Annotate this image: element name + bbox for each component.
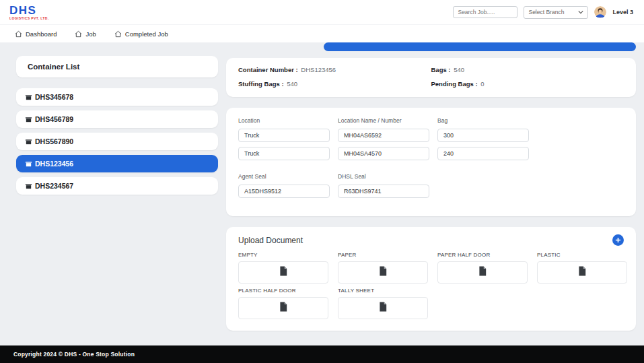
sidebar-item-container-4[interactable]: DHS234567 — [16, 177, 218, 195]
container-summary-card: Container Number : DHS123456 Bags : 540 … — [226, 58, 636, 97]
location-label: Location — [238, 117, 330, 124]
sidebar-item-container-2[interactable]: DHS567890 — [16, 133, 218, 150]
file-icon — [578, 266, 586, 279]
user-avatar[interactable] — [594, 6, 606, 18]
summary-container-number: Container Number : DHS123456 — [238, 66, 431, 73]
summary-value: 0 — [480, 80, 484, 88]
user-level-badge: Level 3 — [612, 9, 633, 15]
file-icon — [379, 266, 387, 279]
upload-title: Upload Document — [238, 236, 303, 245]
upload-dropzone-plastic[interactable] — [537, 261, 627, 284]
upload-dropzone-tally-sheet[interactable] — [338, 297, 428, 319]
agent-seal-input[interactable] — [238, 185, 330, 198]
primary-action-bar[interactable] — [324, 42, 636, 51]
logo-title: DHS — [9, 5, 49, 16]
sidebar-item-label: DHS567890 — [35, 137, 73, 145]
sidebar-item-label: DHS123456 — [35, 160, 73, 168]
file-icon — [279, 302, 287, 315]
bag-input-row2[interactable] — [437, 147, 529, 160]
nav-item-label: Dashboard — [26, 30, 57, 38]
add-document-button[interactable] — [612, 234, 624, 246]
summary-label: Pending Bags : — [431, 80, 478, 88]
nav-item-label: Completed Job — [125, 30, 168, 38]
upload-slot-empty: EMPTY — [238, 252, 328, 284]
upload-dropzone-paper[interactable] — [338, 261, 428, 284]
branch-select-label: Select Branch — [528, 9, 564, 15]
nav-item-job[interactable]: Job — [75, 30, 96, 38]
container-icon — [25, 138, 32, 145]
location-name-input-row1[interactable] — [338, 129, 429, 142]
nav-item-label: Job — [85, 30, 96, 38]
sidebar-item-container-3-selected[interactable]: DHS123456 — [16, 155, 218, 172]
header-right: Select Branch Level 3 — [453, 6, 633, 19]
chevron-down-icon — [578, 9, 583, 15]
file-icon — [379, 302, 387, 315]
upload-dropzone-paper-half-door[interactable] — [437, 261, 528, 284]
location-form-card: Location Location Name / Number Bag Agen… — [226, 108, 636, 216]
location-input-row1[interactable] — [238, 129, 330, 142]
bag-input-row1[interactable] — [437, 129, 529, 142]
summary-label: Stuffing Bags : — [238, 80, 284, 88]
location-input-row2[interactable] — [238, 147, 330, 160]
upload-slot-tally-sheet: TALLY SHEET — [338, 288, 428, 319]
sidebar-item-container-1[interactable]: DHS456789 — [16, 110, 218, 128]
summary-value: DHS123456 — [301, 66, 336, 73]
upload-slot-plastic-half-door: PLASTIC HALF DOOR — [238, 288, 328, 319]
summary-label: Container Number : — [238, 66, 298, 73]
bag-label: Bag — [437, 117, 529, 124]
container-icon — [25, 160, 32, 168]
upload-dropzone-empty[interactable] — [238, 261, 328, 284]
file-icon — [478, 266, 487, 279]
container-icon — [25, 183, 32, 190]
location-name-label: Location Name / Number — [338, 117, 429, 124]
upload-document-card: Upload Document EMPTY PAPER — [226, 227, 636, 331]
upload-slot-label: PAPER — [338, 252, 428, 258]
upload-slot-label: PLASTIC HALF DOOR — [238, 288, 328, 294]
search-job-input[interactable] — [453, 6, 517, 18]
copyright-text: Copyright 2024 © DHS - One Stop Solution — [13, 351, 135, 358]
dhsl-seal-input[interactable] — [338, 185, 429, 198]
container-icon — [25, 94, 32, 101]
content-column: Container Number : DHS123456 Bags : 540 … — [226, 46, 636, 345]
main-area: Container List DHS345678 DHS456789 DHS56… — [0, 42, 644, 345]
logo: DHS LOGISTICS PVT. LTD. — [9, 5, 49, 20]
branch-select[interactable]: Select Branch — [524, 6, 588, 19]
upload-slot-label: PLASTIC — [537, 252, 627, 258]
app-footer: Copyright 2024 © DHS - One Stop Solution — [0, 345, 644, 363]
logo-subtitle: LOGISTICS PVT. LTD. — [9, 17, 49, 20]
sidebar-item-label: DHS234567 — [35, 182, 73, 190]
file-icon — [279, 266, 287, 279]
sidebar-item-container-0[interactable]: DHS345678 — [16, 88, 218, 106]
dhsl-seal-label: DHSL Seal — [338, 173, 429, 180]
home-icon — [15, 30, 22, 38]
summary-value: 540 — [287, 80, 297, 88]
nav-item-completed-job[interactable]: Completed Job — [114, 30, 168, 38]
upload-slot-label: EMPTY — [238, 252, 328, 258]
home-icon — [75, 30, 82, 38]
upload-slot-label: PAPER HALF DOOR — [437, 252, 528, 258]
upload-slot-label: TALLY SHEET — [338, 288, 428, 294]
home-icon — [114, 30, 122, 38]
summary-label: Bags : — [431, 66, 451, 73]
app-header: DHS LOGISTICS PVT. LTD. Select Branch Le… — [0, 0, 644, 24]
container-list-sidebar: Container List DHS345678 DHS456789 DHS56… — [16, 56, 218, 345]
container-list-title: Container List — [16, 56, 218, 77]
nav-item-dashboard[interactable]: Dashboard — [15, 30, 57, 38]
upload-slot-plastic: PLASTIC — [537, 252, 627, 284]
summary-stuffing-bags: Stuffing Bags : 540 — [238, 80, 431, 88]
location-name-input-row2[interactable] — [338, 147, 429, 160]
summary-bags: Bags : 540 — [431, 66, 624, 73]
upload-slot-paper-half-door: PAPER HALF DOOR — [437, 252, 528, 284]
upload-dropzone-plastic-half-door[interactable] — [238, 297, 328, 319]
sidebar-item-label: DHS456789 — [35, 115, 73, 123]
agent-seal-label: Agent Seal — [238, 173, 330, 180]
container-icon — [25, 116, 32, 123]
summary-pending-bags: Pending Bags : 0 — [431, 80, 624, 88]
main-nav: Dashboard Job Completed Job — [0, 24, 644, 42]
sidebar-item-label: DHS345678 — [35, 93, 73, 101]
upload-slot-paper: PAPER — [338, 252, 428, 284]
summary-value: 540 — [454, 66, 464, 73]
